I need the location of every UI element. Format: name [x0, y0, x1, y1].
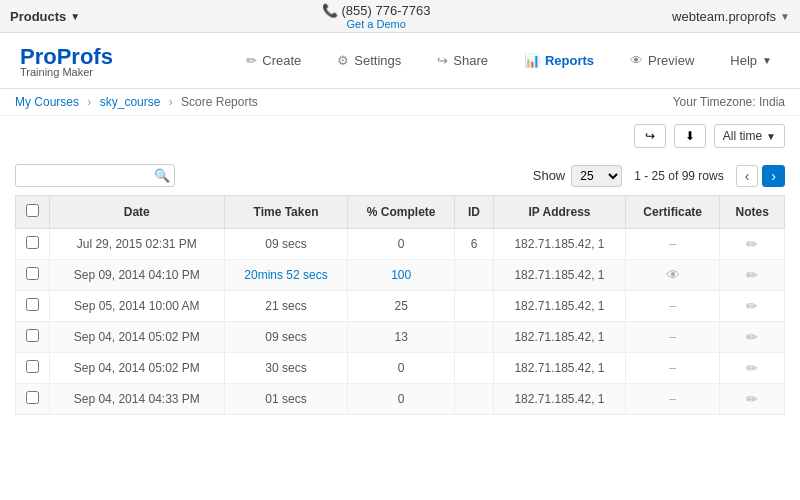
- share-label: Share: [453, 53, 488, 68]
- row-note: ✏: [720, 384, 785, 415]
- data-table: Date Time Taken % Complete ID IP Address…: [15, 195, 785, 415]
- row-checkbox[interactable]: [26, 298, 39, 311]
- help-label: Help: [730, 53, 757, 68]
- next-page-button[interactable]: ›: [762, 165, 785, 187]
- row-time-taken: 09 secs: [224, 229, 348, 260]
- certificate-dash: –: [669, 237, 676, 251]
- logo: ProProfs Training Maker: [20, 44, 113, 78]
- certificate-eye-icon[interactable]: 👁: [666, 267, 680, 283]
- row-checkbox-cell: [16, 322, 50, 353]
- share-icon: ↪: [437, 53, 448, 68]
- settings-label: Settings: [354, 53, 401, 68]
- time-filter[interactable]: All time ▼: [714, 124, 785, 148]
- preview-icon: 👁: [630, 53, 643, 68]
- breadcrumb: My Courses › sky_course › Score Reports: [15, 95, 258, 109]
- edit-note-icon[interactable]: ✏: [746, 360, 758, 376]
- timezone-info: Your Timezone: India: [673, 95, 785, 109]
- reports-label: Reports: [545, 53, 594, 68]
- header-notes: Notes: [720, 196, 785, 229]
- breadcrumb-skycourse[interactable]: sky_course: [100, 95, 161, 109]
- edit-note-icon[interactable]: ✏: [746, 329, 758, 345]
- nav-bar: ProProfs Training Maker ✏ Create ⚙ Setti…: [0, 33, 800, 89]
- select-all-checkbox[interactable]: [26, 204, 39, 217]
- nav-reports[interactable]: 📊 Reports: [516, 48, 602, 73]
- row-ip: 182.71.185.42, 1: [494, 229, 626, 260]
- row-checkbox[interactable]: [26, 360, 39, 373]
- table-row: Sep 05, 2014 10:00 AM21 secs25182.71.185…: [16, 291, 785, 322]
- table-row: Sep 04, 2014 05:02 PM09 secs13182.71.185…: [16, 322, 785, 353]
- row-certificate: 👁: [625, 260, 720, 291]
- show-control: Show 25 50 100: [533, 165, 623, 187]
- certificate-dash: –: [669, 392, 676, 406]
- row-time-taken: 20mins 52 secs: [224, 260, 348, 291]
- table-row: Jul 29, 2015 02:31 PM09 secs06182.71.185…: [16, 229, 785, 260]
- nav-create[interactable]: ✏ Create: [238, 48, 309, 73]
- nav-settings[interactable]: ⚙ Settings: [329, 48, 409, 73]
- breadcrumb-sep1: ›: [87, 95, 91, 109]
- nav-share[interactable]: ↪ Share: [429, 48, 496, 73]
- edit-note-icon[interactable]: ✏: [746, 298, 758, 314]
- row-id: [454, 260, 493, 291]
- breadcrumb-mycourses[interactable]: My Courses: [15, 95, 79, 109]
- top-bar: Products ▼ 📞 (855) 776-7763 Get a Demo w…: [0, 0, 800, 33]
- download-button[interactable]: ⬇: [674, 124, 706, 148]
- row-percent-complete: 0: [348, 384, 454, 415]
- search-box[interactable]: 🔍: [15, 164, 175, 187]
- time-dropdown-arrow: ▼: [766, 131, 776, 142]
- table-area: 🔍 Show 25 50 100 1 - 25 of 99 rows ‹ › D…: [0, 156, 800, 423]
- phone-number: (855) 776-7763: [342, 3, 431, 18]
- phone-icon: 📞: [322, 3, 338, 18]
- row-checkbox[interactable]: [26, 236, 39, 249]
- table-header-row: Date Time Taken % Complete ID IP Address…: [16, 196, 785, 229]
- row-id: [454, 322, 493, 353]
- breadcrumb-sep2: ›: [169, 95, 173, 109]
- account-name: webteam.proprofs: [672, 9, 776, 24]
- help-dropdown-arrow: ▼: [762, 55, 772, 66]
- edit-note-icon[interactable]: ✏: [746, 391, 758, 407]
- row-certificate: –: [625, 353, 720, 384]
- row-checkbox[interactable]: [26, 391, 39, 404]
- header-id: ID: [454, 196, 493, 229]
- nav-help[interactable]: Help ▼: [722, 48, 780, 73]
- row-percent-complete: 13: [348, 322, 454, 353]
- row-checkbox-cell: [16, 384, 50, 415]
- row-date: Sep 04, 2014 04:33 PM: [50, 384, 225, 415]
- row-ip: 182.71.185.42, 1: [494, 260, 626, 291]
- row-date: Jul 29, 2015 02:31 PM: [50, 229, 225, 260]
- row-date: Sep 09, 2014 04:10 PM: [50, 260, 225, 291]
- breadcrumb-bar: My Courses › sky_course › Score Reports …: [0, 89, 800, 116]
- edit-note-icon[interactable]: ✏: [746, 236, 758, 252]
- products-menu[interactable]: Products ▼: [10, 9, 80, 24]
- row-checkbox-cell: [16, 260, 50, 291]
- show-select[interactable]: 25 50 100: [571, 165, 622, 187]
- row-id: [454, 291, 493, 322]
- nav-preview[interactable]: 👁 Preview: [622, 48, 702, 73]
- row-percent-complete: 25: [348, 291, 454, 322]
- rows-info: 1 - 25 of 99 rows: [634, 169, 723, 183]
- row-certificate: –: [625, 291, 720, 322]
- products-dropdown-arrow: ▼: [70, 11, 80, 22]
- account-dropdown-arrow: ▼: [780, 11, 790, 22]
- share-toolbar-icon: ↪: [645, 129, 655, 143]
- demo-link[interactable]: Get a Demo: [322, 18, 431, 30]
- header-ip: IP Address: [494, 196, 626, 229]
- header-percent-complete: % Complete: [348, 196, 454, 229]
- search-input[interactable]: [24, 169, 154, 183]
- create-icon: ✏: [246, 53, 257, 68]
- row-time-taken: 30 secs: [224, 353, 348, 384]
- table-controls: 🔍 Show 25 50 100 1 - 25 of 99 rows ‹ ›: [15, 164, 785, 187]
- phone-info: 📞 (855) 776-7763 Get a Demo: [322, 3, 431, 30]
- row-checkbox[interactable]: [26, 267, 39, 280]
- show-controls-right: Show 25 50 100 1 - 25 of 99 rows ‹ ›: [533, 165, 785, 187]
- row-date: Sep 05, 2014 10:00 AM: [50, 291, 225, 322]
- share-button[interactable]: ↪: [634, 124, 666, 148]
- row-checkbox-cell: [16, 229, 50, 260]
- account-menu[interactable]: webteam.proprofs ▼: [672, 9, 790, 24]
- row-checkbox[interactable]: [26, 329, 39, 342]
- download-icon: ⬇: [685, 129, 695, 143]
- nav-links: ✏ Create ⚙ Settings ↪ Share 📊 Reports 👁 …: [238, 48, 780, 73]
- row-certificate: –: [625, 384, 720, 415]
- prev-page-button[interactable]: ‹: [736, 165, 759, 187]
- edit-note-icon[interactable]: ✏: [746, 267, 758, 283]
- products-label: Products: [10, 9, 66, 24]
